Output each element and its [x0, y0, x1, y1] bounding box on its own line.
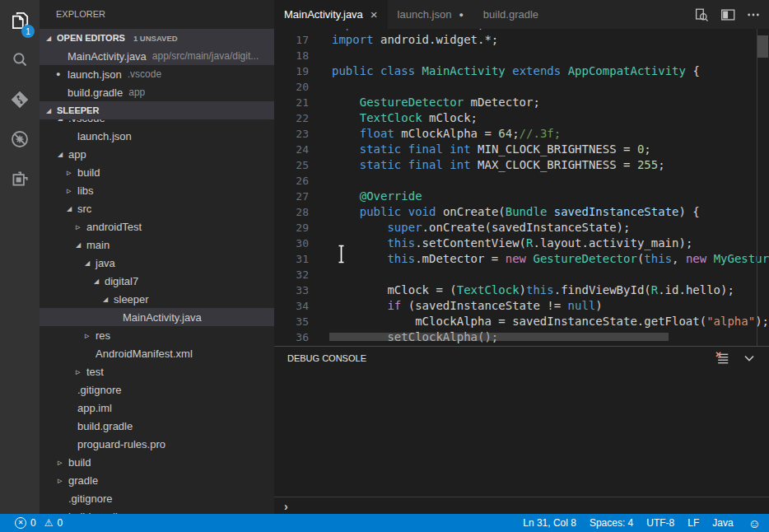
tree-item[interactable]: ▹gradle [40, 471, 274, 489]
twistie-expanded-icon[interactable]: ◢ [85, 259, 96, 267]
status-item[interactable]: LF [687, 517, 699, 529]
folder-section-header[interactable]: ◢ SLEEPER [40, 101, 274, 119]
clear-console-icon[interactable] [714, 351, 729, 366]
code-line[interactable]: 30 this.setContentView(R.layout.activity… [274, 236, 769, 251]
tree-item[interactable]: ▹build [40, 453, 274, 471]
dirty-indicator-icon: ● [56, 70, 68, 78]
twistie-collapsed-icon[interactable]: ▹ [67, 185, 77, 196]
warning-count[interactable]: ⚠0 [44, 517, 63, 529]
scrollbar-thumb[interactable] [757, 35, 768, 58]
tree-item[interactable]: .gitignore [40, 489, 274, 507]
tree-item[interactable]: build.gradle [40, 507, 274, 514]
tree-item[interactable]: proguard-rules.pro [40, 435, 274, 453]
panel-title-debug-console[interactable]: DEBUG CONSOLE [287, 353, 366, 363]
status-item[interactable]: Ln 31, Col 8 [523, 517, 576, 529]
dirty-indicator-icon[interactable]: ● [459, 11, 463, 19]
twistie-expanded-icon[interactable]: ◢ [58, 151, 68, 158]
open-editor-item[interactable]: ●launch.json.vscode [40, 65, 274, 83]
tree-item[interactable]: .gitignore [40, 380, 274, 399]
tree-item[interactable]: ◢.vscode [40, 119, 274, 127]
activity-source-control-button[interactable] [0, 82, 40, 121]
twistie-collapsed-icon[interactable]: ▹ [67, 167, 77, 178]
twistie-collapsed-icon[interactable]: ▹ [76, 222, 86, 232]
open-changes-icon[interactable] [693, 7, 710, 23]
code-line[interactable]: 17import android.widget.*; [274, 32, 769, 48]
tree-item[interactable]: AndroidManifest.xml [40, 344, 274, 362]
code-line[interactable]: 18 [274, 48, 769, 63]
split-editor-icon[interactable] [720, 7, 736, 23]
tree-item[interactable]: app.iml [40, 399, 274, 417]
status-item[interactable]: Java [712, 517, 733, 529]
code-line[interactable]: 25 static final int MAX_CLOCK_BRIGHTNESS… [274, 157, 769, 173]
code-line[interactable]: 35 mClockAlpha = savedInstanceState.getF… [274, 314, 769, 329]
tree-item[interactable]: build.gradle [40, 417, 274, 435]
error-count[interactable]: ✕0 [15, 517, 36, 529]
twistie-collapsed-icon[interactable]: ▹ [58, 457, 68, 468]
code-line[interactable]: 33 mClock = (TextClock)this.findViewById… [274, 282, 769, 298]
panel-actions [714, 350, 757, 366]
open-editors-header[interactable]: ◢ OPEN EDITORS 1 UNSAVED [40, 29, 274, 47]
tree-item[interactable]: ◢src [40, 199, 274, 217]
more-actions-icon[interactable] [746, 7, 761, 22]
twistie-expanded-icon[interactable]: ◢ [76, 241, 86, 249]
activity-debug-button[interactable] [0, 121, 40, 161]
tree-item[interactable]: launch.json [40, 127, 274, 145]
tree-item[interactable]: ◢main [40, 236, 274, 254]
editor-tab[interactable]: MainActivity.java× [274, 0, 388, 29]
line-number: 35 [274, 314, 309, 329]
code-line-text: if (savedInstanceState != null) [332, 298, 603, 314]
twistie-collapsed-icon[interactable]: ▹ [85, 330, 96, 341]
line-number: 29 [274, 220, 309, 236]
tree-item[interactable]: ◢app [40, 145, 274, 163]
code-line[interactable]: 29 super.onCreate(savedInstanceState); [274, 220, 769, 236]
code-line[interactable]: 27 @Override [274, 189, 769, 204]
open-editor-item[interactable]: MainActivity.javaapp/src/main/java/digit… [40, 47, 274, 65]
feedback-smiley-icon[interactable]: ☺ [748, 517, 761, 530]
tree-item[interactable]: ▹res [40, 326, 274, 344]
open-editor-item[interactable]: build.gradleapp [40, 83, 274, 101]
twistie-collapsed-icon[interactable]: ▹ [58, 475, 68, 486]
tree-item[interactable]: ◢digital7 [40, 272, 274, 290]
close-icon[interactable]: × [371, 7, 378, 21]
tree-item[interactable]: ▹build [40, 163, 274, 181]
tree-item-label: gradle [68, 474, 98, 487]
code-line[interactable]: 19public class MainActivity extends AppC… [274, 63, 769, 79]
code-line[interactable]: 21 GestureDetector mDetector; [274, 95, 769, 110]
twistie-collapsed-icon[interactable]: ▹ [76, 366, 86, 377]
code-line[interactable]: 22 TextClock mClock; [274, 110, 769, 126]
activity-extensions-button[interactable] [0, 161, 40, 200]
activity-explorer-button[interactable]: 1 [0, 2, 40, 42]
twistie-expanded-icon[interactable]: ◢ [67, 205, 77, 212]
tree-item[interactable]: ◢sleeper [40, 290, 274, 308]
code-line[interactable]: 26 [274, 173, 769, 189]
code-line[interactable]: 28 public void onCreate(Bundle savedInst… [274, 204, 769, 220]
twistie-expanded-icon[interactable]: ◢ [58, 119, 68, 122]
status-item[interactable]: UTF-8 [646, 517, 674, 529]
debug-repl-input[interactable]: › [274, 497, 769, 515]
twistie-expanded-icon[interactable]: ◢ [103, 296, 114, 303]
code-line-text: this.mDetector = new GestureDetector(thi… [332, 251, 769, 267]
code-line[interactable]: 23 float mClockAlpha = 64;//.3f; [274, 126, 769, 142]
code-line[interactable]: 31 this.mDetector = new GestureDetector(… [274, 251, 769, 267]
tree-item[interactable]: ▹test [40, 362, 274, 380]
twistie-expanded-icon[interactable]: ◢ [94, 278, 105, 285]
code-line[interactable]: 24 static final int MIN_CLOCK_BRIGHTNESS… [274, 142, 769, 157]
horizontal-scrollbar[interactable] [329, 333, 669, 341]
tree-item[interactable]: ▹libs [40, 181, 274, 199]
tree-item[interactable]: MainActivity.java [40, 308, 274, 326]
status-item[interactable]: Spaces: 4 [590, 517, 633, 529]
activity-search-button[interactable] [0, 42, 40, 82]
editor-tab[interactable]: launch.json● [388, 0, 473, 29]
chevron-down-icon[interactable] [741, 350, 757, 366]
editor-tab[interactable]: build.gradle [473, 0, 548, 29]
open-editor-description: .vscode [128, 68, 161, 80]
code-line[interactable]: 32 [274, 267, 769, 282]
code-line[interactable]: 34 if (savedInstanceState != null) [274, 298, 769, 314]
code-area: 16import android.view.*;17import android… [274, 29, 769, 345]
tree-item[interactable]: ◢java [40, 254, 274, 272]
code-editor[interactable]: 16import android.view.*;17import android… [274, 29, 769, 346]
count-value: 0 [30, 517, 36, 529]
vertical-scrollbar[interactable] [757, 29, 769, 346]
code-line[interactable]: 20 [274, 79, 769, 95]
tree-item[interactable]: ▹androidTest [40, 217, 274, 236]
